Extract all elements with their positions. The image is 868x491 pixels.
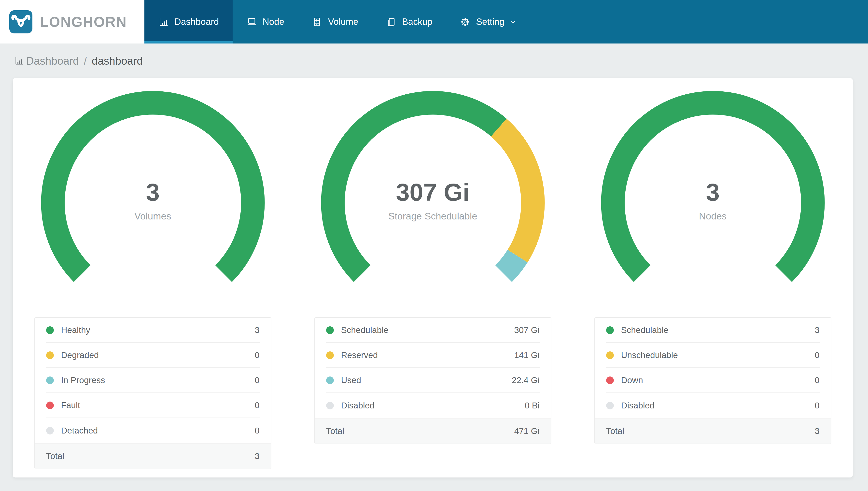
legend-table: Schedulable307 GiReserved141 GiUsed22.4 … (314, 317, 551, 444)
legend-total-row: Total3 (595, 418, 831, 443)
legend-row-value: 0 (815, 401, 819, 410)
gauge-segment-used (503, 256, 518, 273)
legend-row-detached: Detached0 (35, 418, 271, 443)
gauge-value: 307 Gi (396, 178, 470, 206)
database-icon (312, 17, 322, 27)
dashboard-card: 3VolumesHealthy3Degraded0In Progress0Fau… (13, 78, 853, 478)
main-nav: DashboardNodeVolumeBackupSetting (145, 0, 531, 44)
legend-row-label: Fault (61, 400, 80, 410)
bar-chart-icon (158, 17, 169, 27)
legend-row-value: 0 (255, 426, 259, 435)
nav-item-label: Backup (402, 17, 432, 27)
legend-dot (606, 402, 614, 409)
legend-table: Healthy3Degraded0In Progress0Fault0Detac… (34, 317, 271, 469)
breadcrumb-section-link[interactable]: Dashboard (26, 55, 79, 67)
legend-dot (326, 351, 334, 359)
legend-row-fault: Fault0 (35, 393, 271, 418)
legend-row-reserved: Reserved141 Gi (315, 343, 551, 368)
bar-chart-icon (14, 56, 26, 66)
nav-item-node[interactable]: Node (232, 0, 298, 44)
copy-icon (386, 17, 397, 27)
legend-row-label: Schedulable (621, 325, 669, 335)
gauge-chart: 307 GiStorage Schedulable (320, 90, 545, 315)
legend-row-disabled: Disabled0 (595, 393, 831, 418)
gauge-value: 3 (146, 178, 160, 206)
app-header: LONGHORN DashboardNodeVolumeBackupSettin… (0, 0, 868, 44)
legend-row-label: In Progress (61, 375, 105, 385)
legend-total-value: 3 (255, 451, 259, 461)
legend-dot (326, 402, 334, 409)
legend-row-label: Schedulable (341, 325, 389, 335)
legend-table: Schedulable3Unschedulable0Down0Disabled0… (594, 317, 831, 444)
legend-row-value: 3 (255, 325, 259, 335)
legend-row-value: 0 (255, 350, 259, 360)
legend-row-value: 0 (815, 350, 819, 360)
legend-row-label: Degraded (61, 350, 99, 360)
nav-item-label: Volume (328, 17, 358, 27)
legend-dot (46, 427, 54, 434)
nav-item-dashboard[interactable]: Dashboard (145, 0, 232, 44)
breadcrumb: Dashboard / dashboard (0, 44, 868, 78)
legend-row-value: 3 (815, 325, 819, 335)
chevron-down-icon (510, 18, 517, 26)
legend-dot (606, 326, 614, 334)
legend-row-label: Detached (61, 426, 98, 435)
legend-row-value: 0 (255, 400, 259, 410)
active-tab-indicator (145, 41, 232, 44)
logo-link[interactable]: LONGHORN (0, 0, 145, 44)
legend-row-label: Disabled (341, 401, 375, 410)
legend-row-label: Used (341, 375, 361, 385)
legend-row-value: 307 Gi (514, 325, 539, 335)
legend-dot (326, 326, 334, 334)
legend-total-label: Total (46, 451, 64, 461)
gauge-chart: 3Volumes (40, 90, 265, 315)
legend-total-row: Total471 Gi (315, 418, 551, 443)
legend-dot (46, 351, 54, 359)
legend-row-value: 0 Bi (525, 401, 539, 410)
nav-item-volume[interactable]: Volume (298, 0, 372, 44)
legend-dot (606, 376, 614, 384)
legend-total-row: Total3 (35, 443, 271, 469)
laptop-icon (246, 17, 257, 27)
nav-item-backup[interactable]: Backup (372, 0, 446, 44)
legend-row-label: Reserved (341, 350, 378, 360)
breadcrumb-current-page: dashboard (92, 55, 143, 67)
nav-item-label: Setting (476, 17, 504, 27)
legend-row-in-progress: In Progress0 (35, 368, 271, 393)
longhorn-logo-icon (9, 10, 33, 34)
gauge-chart: 3Nodes (600, 90, 825, 315)
legend-row-label: Disabled (621, 401, 655, 410)
legend-row-schedulable: Schedulable3 (595, 318, 831, 343)
gauge-panels: 3VolumesHealthy3Degraded0In Progress0Fau… (13, 78, 853, 478)
gauge-segment-reserved (499, 127, 533, 256)
legend-row-label: Unschedulable (621, 350, 678, 360)
gauge-label: Storage Schedulable (388, 211, 477, 222)
legend-total-value: 471 Gi (514, 426, 539, 436)
legend-row-healthy: Healthy3 (35, 318, 271, 343)
legend-row-disabled: Disabled0 Bi (315, 393, 551, 418)
legend-row-schedulable: Schedulable307 Gi (315, 318, 551, 343)
nav-item-label: Dashboard (175, 17, 219, 27)
legend-row-degraded: Degraded0 (35, 343, 271, 368)
gauge-value: 3 (706, 178, 720, 206)
gauge-panel-nodes: 3NodesSchedulable3Unschedulable0Down0Dis… (573, 90, 853, 478)
legend-total-label: Total (326, 426, 344, 436)
legend-row-value: 141 Gi (514, 350, 539, 360)
legend-row-value: 0 (815, 375, 819, 385)
nav-item-setting[interactable]: Setting (446, 0, 531, 44)
legend-total-value: 3 (815, 426, 819, 436)
legend-row-label: Healthy (61, 325, 90, 335)
legend-row-unschedulable: Unschedulable0 (595, 343, 831, 368)
breadcrumb-separator: / (84, 55, 87, 67)
legend-dot (326, 376, 334, 384)
legend-row-value: 22.4 Gi (512, 375, 539, 385)
legend-dot (46, 402, 54, 409)
gauge-label: Volumes (134, 211, 171, 222)
nav-item-label: Node (262, 17, 284, 27)
legend-row-down: Down0 (595, 368, 831, 393)
gear-icon (460, 17, 471, 27)
longhorn-dashboard-page: { "brand": { "name": "LONGHORN" }, "nav"… (0, 0, 868, 491)
legend-total-label: Total (606, 426, 624, 436)
legend-dot (46, 376, 54, 384)
legend-dot (606, 351, 614, 359)
